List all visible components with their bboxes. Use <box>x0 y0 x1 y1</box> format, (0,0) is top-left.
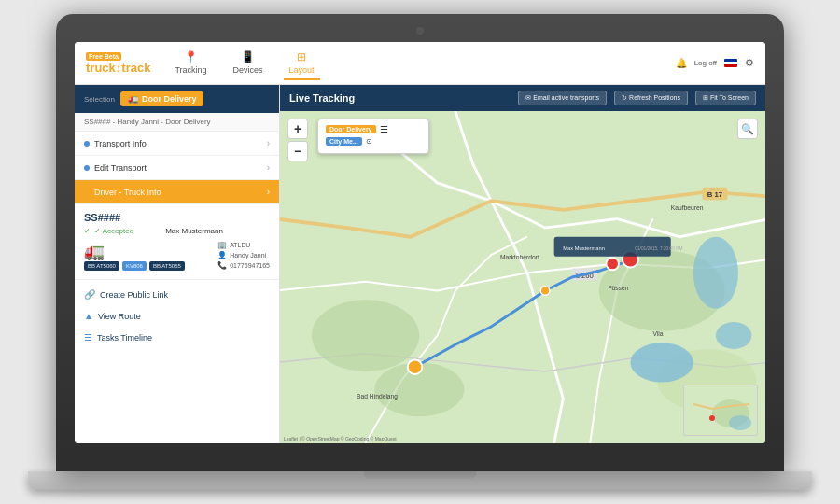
truck-icon-main: 🚛 <box>84 241 105 261</box>
menu-edit-transport-label: Edit Transport <box>94 163 147 173</box>
svg-text:B 17: B 17 <box>707 190 722 199</box>
nav-items: 📍 Tracking 📱 Devices ⊞ Layout <box>169 47 675 80</box>
mini-map-svg <box>684 385 758 436</box>
menu-arrow-1: › <box>267 138 270 148</box>
svg-text:01/01/2015, 7:20:00 PM: 01/01/2015, 7:20:00 PM <box>635 246 682 251</box>
laptop-screen-frame: Free Beta truck↕track 📍 Tracking 📱 Devic… <box>56 14 784 471</box>
menu-left-1: Transport Info <box>84 139 147 148</box>
svg-point-7 <box>716 322 751 349</box>
truck-icon: 🚛 <box>128 94 138 104</box>
truck-icons-group: 🚛 BB AT5060 KV806 BB AT5055 <box>84 241 185 271</box>
laptop-camera <box>416 27 424 35</box>
menu-driver-truck-label: Driver - Truck Info <box>94 188 161 197</box>
brand: Free Beta truck↕track <box>86 52 150 74</box>
mini-map <box>683 385 758 436</box>
truck-badge-2: KV806 <box>122 261 147 271</box>
popup-toggle[interactable]: ☰ <box>380 124 388 134</box>
delivery-badge-text: Door Delivery <box>142 94 197 104</box>
person-icon: 👤 <box>217 251 227 259</box>
popup-badge-delivery: Door Delivery <box>326 125 376 133</box>
nav-layout-label: Layout <box>289 65 315 75</box>
popup-row-2: City Me... ⊙ <box>326 137 421 146</box>
map-controls: + − <box>287 119 308 161</box>
driver-info: SS#### ✓ ✓ Accepted Max Mustermann 🚛 <box>75 204 279 280</box>
popup-dot-toggle[interactable]: ⊙ <box>366 137 372 146</box>
svg-text:Marktoberdorf: Marktoberdorf <box>500 254 539 260</box>
map-actions: ✉ Email active transports ↻ Refresh Posi… <box>518 91 756 105</box>
link-route-label: View Route <box>98 312 141 321</box>
contact-phone: 01776947165 <box>230 262 270 269</box>
svg-point-19 <box>606 258 618 270</box>
contact-company: 🏢 ATLEU <box>217 241 270 249</box>
driver-id: SS#### <box>84 212 270 223</box>
menu-dot-2 <box>84 165 90 171</box>
phone-icon: 📞 <box>217 261 227 270</box>
svg-point-26 <box>729 415 751 430</box>
truck-badges: BB AT5060 KV806 BB AT5055 <box>84 261 185 271</box>
svg-text:Kaufbeuren: Kaufbeuren <box>671 204 704 211</box>
contact-name-row: 👤 Handy Janni <box>217 251 270 259</box>
sidebar: Selection 🚛 Door Delivery SS#### - Handy… <box>75 85 280 443</box>
nav-layout[interactable]: ⊞ Layout <box>284 47 320 80</box>
link-public-label: Create Public Link <box>100 290 168 300</box>
selection-label: Selection <box>84 95 115 104</box>
svg-point-5 <box>630 343 693 382</box>
driver-contact: 🏢 ATLEU 👤 Handy Janni 📞 <box>217 241 270 272</box>
nav-tracking[interactable]: 📍 Tracking <box>169 47 212 80</box>
company-icon: 🏢 <box>217 241 227 249</box>
menu-arrow-3: › <box>267 187 270 197</box>
link-icon-timeline: ☰ <box>84 332 92 343</box>
link-timeline-label: Tasks Timeline <box>97 333 152 343</box>
truck-badge-3: BB AT5055 <box>149 261 185 271</box>
settings-icon[interactable]: ⚙ <box>745 57 754 69</box>
svg-text:Max Mustermann: Max Mustermann <box>563 245 605 251</box>
main-content: Selection 🚛 Door Delivery SS#### - Handy… <box>75 85 765 443</box>
devices-icon: 📱 <box>241 50 255 63</box>
map-container: Live Tracking ✉ Email active transports … <box>280 85 765 443</box>
menu-arrow-2: › <box>267 162 270 173</box>
sidebar-links: 🔗 Create Public Link ▲ View Route ☰ Task… <box>75 280 279 352</box>
mini-map-inner <box>684 385 757 435</box>
link-timeline[interactable]: ☰ Tasks Timeline <box>75 327 279 348</box>
check-icon: ✓ <box>84 227 91 235</box>
popup-row-1: Door Delivery ☰ <box>326 124 421 134</box>
menu-edit-transport[interactable]: Edit Transport › <box>75 156 279 180</box>
link-public[interactable]: 🔗 Create Public Link <box>75 284 279 305</box>
logoff-btn[interactable]: Log off <box>694 59 717 67</box>
layout-icon: ⊞ <box>297 50 306 63</box>
svg-point-17 <box>408 360 422 374</box>
refresh-positions-btn[interactable]: ↻ Refresh Positions <box>614 91 688 105</box>
brand-name: truck↕track <box>86 62 150 74</box>
svg-text:Vila: Vila <box>653 330 664 337</box>
nav-right: 🔔 Log off ⚙ <box>676 57 754 69</box>
laptop-base-notch <box>364 471 476 479</box>
map-view[interactable]: B 17 L 260 Bad Hindelang Füssen Kaufbeur… <box>280 111 765 443</box>
nav-devices[interactable]: 📱 Devices <box>228 47 269 80</box>
contact-phone-row: 📞 01776947165 <box>217 261 270 270</box>
app: Free Beta truck↕track 📍 Tracking 📱 Devic… <box>75 42 765 443</box>
popup-badge-city: City Me... <box>326 137 362 146</box>
svg-point-6 <box>693 237 738 309</box>
laptop-shell: Free Beta truck↕track 📍 Tracking 📱 Devic… <box>28 14 812 490</box>
driver-name-right: Max Mustermann <box>165 227 223 235</box>
driver-details: 🚛 BB AT5060 KV806 BB AT5055 <box>84 241 270 272</box>
menu-transport-info[interactable]: Transport Info › <box>75 132 279 156</box>
svg-text:Bad Hindelang: Bad Hindelang <box>357 393 398 400</box>
menu-left-2: Edit Transport <box>84 163 147 173</box>
delivery-badge: 🚛 Door Delivery <box>120 91 204 106</box>
email-transports-btn[interactable]: ✉ Email active transports <box>518 91 607 105</box>
link-icon-public: 🔗 <box>84 289 95 300</box>
menu-driver-truck[interactable]: Driver - Truck Info › <box>75 180 279 204</box>
laptop-screen: Free Beta truck↕track 📍 Tracking 📱 Devic… <box>75 42 765 443</box>
brand-free-label: Free Beta <box>86 52 121 61</box>
link-route[interactable]: ▲ View Route <box>75 305 279 327</box>
menu-left-3: Driver - Truck Info <box>84 188 161 197</box>
navbar: Free Beta truck↕track 📍 Tracking 📱 Devic… <box>75 42 765 85</box>
fit-screen-btn[interactable]: ⊞ Fit To Screen <box>695 91 756 105</box>
laptop-base <box>28 471 812 490</box>
zoom-out-btn[interactable]: − <box>287 141 308 161</box>
map-search-btn[interactable]: 🔍 <box>737 119 758 139</box>
zoom-in-btn[interactable]: + <box>287 119 308 139</box>
sidebar-header: Selection 🚛 Door Delivery <box>75 85 279 113</box>
truck-icons: 🚛 <box>84 241 185 261</box>
